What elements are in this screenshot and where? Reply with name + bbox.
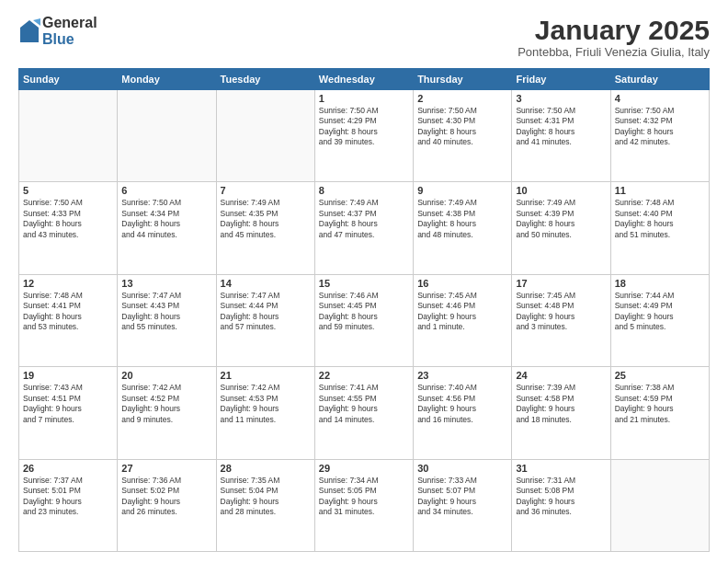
day-info: Sunrise: 7:50 AM Sunset: 4:32 PM Dayligh… xyxy=(615,106,705,148)
calendar-cell: 24Sunrise: 7:39 AM Sunset: 4:58 PM Dayli… xyxy=(512,367,610,459)
calendar-cell: 21Sunrise: 7:42 AM Sunset: 4:53 PM Dayli… xyxy=(216,367,314,459)
day-number: 26 xyxy=(23,463,113,474)
day-number: 22 xyxy=(319,370,409,381)
calendar-cell: 29Sunrise: 7:34 AM Sunset: 5:05 PM Dayli… xyxy=(314,459,413,551)
calendar-cell: 19Sunrise: 7:43 AM Sunset: 4:51 PM Dayli… xyxy=(19,367,118,459)
calendar-cell: 4Sunrise: 7:50 AM Sunset: 4:32 PM Daylig… xyxy=(610,90,709,182)
calendar-header-sunday: Sunday xyxy=(19,69,118,90)
calendar-week-5: 26Sunrise: 7:37 AM Sunset: 5:01 PM Dayli… xyxy=(19,459,710,551)
logo: General Blue xyxy=(18,15,97,47)
calendar-cell: 25Sunrise: 7:38 AM Sunset: 4:59 PM Dayli… xyxy=(610,367,709,459)
calendar-cell: 8Sunrise: 7:49 AM Sunset: 4:37 PM Daylig… xyxy=(314,182,413,274)
calendar-cell: 27Sunrise: 7:36 AM Sunset: 5:02 PM Dayli… xyxy=(118,459,216,551)
day-number: 27 xyxy=(121,463,211,474)
calendar-cell xyxy=(610,459,709,551)
day-number: 16 xyxy=(417,278,507,289)
calendar-cell: 28Sunrise: 7:35 AM Sunset: 5:04 PM Dayli… xyxy=(216,459,314,551)
day-info: Sunrise: 7:50 AM Sunset: 4:33 PM Dayligh… xyxy=(23,198,113,240)
day-info: Sunrise: 7:31 AM Sunset: 5:08 PM Dayligh… xyxy=(516,476,606,518)
day-info: Sunrise: 7:48 AM Sunset: 4:40 PM Dayligh… xyxy=(615,198,705,240)
calendar-cell: 1Sunrise: 7:50 AM Sunset: 4:29 PM Daylig… xyxy=(314,90,413,182)
calendar-cell: 18Sunrise: 7:44 AM Sunset: 4:49 PM Dayli… xyxy=(610,274,709,366)
day-number: 19 xyxy=(23,370,113,381)
day-info: Sunrise: 7:44 AM Sunset: 4:49 PM Dayligh… xyxy=(615,291,705,333)
day-number: 12 xyxy=(23,278,113,289)
day-number: 7 xyxy=(221,185,311,196)
calendar-header-monday: Monday xyxy=(118,69,216,90)
logo-icon xyxy=(18,18,40,44)
calendar-cell: 11Sunrise: 7:48 AM Sunset: 4:40 PM Dayli… xyxy=(610,182,709,274)
calendar-week-4: 19Sunrise: 7:43 AM Sunset: 4:51 PM Dayli… xyxy=(19,367,710,459)
day-info: Sunrise: 7:35 AM Sunset: 5:04 PM Dayligh… xyxy=(221,476,311,518)
location: Pontebba, Friuli Venezia Giulia, Italy xyxy=(518,45,710,59)
calendar-header-row: SundayMondayTuesdayWednesdayThursdayFrid… xyxy=(19,69,710,90)
logo-text: General Blue xyxy=(42,15,97,47)
calendar-header-friday: Friday xyxy=(512,69,610,90)
calendar-week-2: 5Sunrise: 7:50 AM Sunset: 4:33 PM Daylig… xyxy=(19,182,710,274)
logo-blue-text: Blue xyxy=(42,31,97,48)
day-info: Sunrise: 7:36 AM Sunset: 5:02 PM Dayligh… xyxy=(121,476,211,518)
calendar-cell: 13Sunrise: 7:47 AM Sunset: 4:43 PM Dayli… xyxy=(118,274,216,366)
day-info: Sunrise: 7:46 AM Sunset: 4:45 PM Dayligh… xyxy=(319,291,409,333)
day-info: Sunrise: 7:47 AM Sunset: 4:43 PM Dayligh… xyxy=(121,291,211,333)
calendar-cell: 23Sunrise: 7:40 AM Sunset: 4:56 PM Dayli… xyxy=(414,367,512,459)
day-number: 5 xyxy=(23,185,113,196)
calendar-cell: 22Sunrise: 7:41 AM Sunset: 4:55 PM Dayli… xyxy=(314,367,413,459)
calendar-table: SundayMondayTuesdayWednesdayThursdayFrid… xyxy=(18,68,710,552)
calendar-week-3: 12Sunrise: 7:48 AM Sunset: 4:41 PM Dayli… xyxy=(19,274,710,366)
day-number: 6 xyxy=(121,185,211,196)
calendar-header-saturday: Saturday xyxy=(610,69,709,90)
day-number: 28 xyxy=(221,463,311,474)
calendar-cell: 3Sunrise: 7:50 AM Sunset: 4:31 PM Daylig… xyxy=(512,90,610,182)
header: General Blue January 2025 Pontebba, Friu… xyxy=(18,15,710,59)
day-number: 14 xyxy=(221,278,311,289)
page: General Blue January 2025 Pontebba, Friu… xyxy=(0,0,728,563)
day-number: 3 xyxy=(516,93,606,104)
day-info: Sunrise: 7:42 AM Sunset: 4:53 PM Dayligh… xyxy=(221,383,311,425)
day-number: 31 xyxy=(516,463,606,474)
calendar-cell xyxy=(118,90,216,182)
calendar-header-tuesday: Tuesday xyxy=(216,69,314,90)
logo-general-text: General xyxy=(42,15,97,31)
day-info: Sunrise: 7:42 AM Sunset: 4:52 PM Dayligh… xyxy=(121,383,211,425)
day-number: 2 xyxy=(417,93,507,104)
day-number: 29 xyxy=(319,463,409,474)
calendar-cell: 17Sunrise: 7:45 AM Sunset: 4:48 PM Dayli… xyxy=(512,274,610,366)
calendar-header-wednesday: Wednesday xyxy=(314,69,413,90)
day-info: Sunrise: 7:49 AM Sunset: 4:37 PM Dayligh… xyxy=(319,198,409,240)
day-number: 30 xyxy=(417,463,507,474)
day-info: Sunrise: 7:50 AM Sunset: 4:30 PM Dayligh… xyxy=(417,106,507,148)
calendar-cell: 12Sunrise: 7:48 AM Sunset: 4:41 PM Dayli… xyxy=(19,274,118,366)
day-number: 15 xyxy=(319,278,409,289)
day-number: 18 xyxy=(615,278,705,289)
calendar-cell: 15Sunrise: 7:46 AM Sunset: 4:45 PM Dayli… xyxy=(314,274,413,366)
day-number: 21 xyxy=(221,370,311,381)
day-info: Sunrise: 7:50 AM Sunset: 4:34 PM Dayligh… xyxy=(121,198,211,240)
svg-marker-0 xyxy=(20,20,39,42)
day-number: 23 xyxy=(417,370,507,381)
calendar-cell: 26Sunrise: 7:37 AM Sunset: 5:01 PM Dayli… xyxy=(19,459,118,551)
calendar-cell: 14Sunrise: 7:47 AM Sunset: 4:44 PM Dayli… xyxy=(216,274,314,366)
day-info: Sunrise: 7:49 AM Sunset: 4:39 PM Dayligh… xyxy=(516,198,606,240)
calendar-week-1: 1Sunrise: 7:50 AM Sunset: 4:29 PM Daylig… xyxy=(19,90,710,182)
calendar-cell: 10Sunrise: 7:49 AM Sunset: 4:39 PM Dayli… xyxy=(512,182,610,274)
calendar-cell: 2Sunrise: 7:50 AM Sunset: 4:30 PM Daylig… xyxy=(414,90,512,182)
day-info: Sunrise: 7:41 AM Sunset: 4:55 PM Dayligh… xyxy=(319,383,409,425)
calendar-cell: 31Sunrise: 7:31 AM Sunset: 5:08 PM Dayli… xyxy=(512,459,610,551)
day-info: Sunrise: 7:43 AM Sunset: 4:51 PM Dayligh… xyxy=(23,383,113,425)
day-number: 25 xyxy=(615,370,705,381)
calendar-cell: 7Sunrise: 7:49 AM Sunset: 4:35 PM Daylig… xyxy=(216,182,314,274)
day-info: Sunrise: 7:39 AM Sunset: 4:58 PM Dayligh… xyxy=(516,383,606,425)
day-number: 9 xyxy=(417,185,507,196)
day-info: Sunrise: 7:38 AM Sunset: 4:59 PM Dayligh… xyxy=(615,383,705,425)
day-number: 4 xyxy=(615,93,705,104)
day-number: 17 xyxy=(516,278,606,289)
day-info: Sunrise: 7:45 AM Sunset: 4:46 PM Dayligh… xyxy=(417,291,507,333)
day-number: 13 xyxy=(121,278,211,289)
calendar-cell: 20Sunrise: 7:42 AM Sunset: 4:52 PM Dayli… xyxy=(118,367,216,459)
day-number: 1 xyxy=(319,93,409,104)
day-number: 8 xyxy=(319,185,409,196)
day-info: Sunrise: 7:47 AM Sunset: 4:44 PM Dayligh… xyxy=(221,291,311,333)
calendar-cell: 9Sunrise: 7:49 AM Sunset: 4:38 PM Daylig… xyxy=(414,182,512,274)
day-info: Sunrise: 7:49 AM Sunset: 4:38 PM Dayligh… xyxy=(417,198,507,240)
